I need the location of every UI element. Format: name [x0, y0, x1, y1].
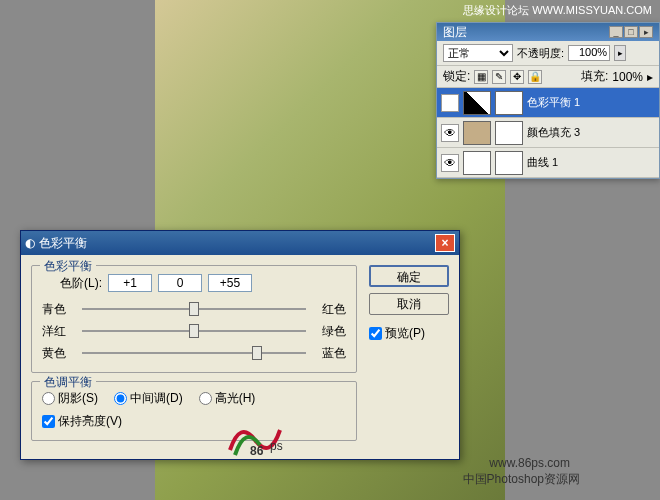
opacity-label: 不透明度: [517, 46, 564, 61]
watermark-cn: 中国Photoshop资源网 [463, 471, 580, 488]
level-input-2[interactable] [158, 274, 202, 292]
layer-item[interactable]: 👁 色彩平衡 1 [437, 88, 659, 118]
slider-left-3: 黄色 [42, 345, 76, 362]
cancel-button[interactable]: 取消 [369, 293, 449, 315]
lock-paint-icon[interactable]: ✎ [492, 70, 506, 84]
panel-titlebar[interactable]: 图层 _ □ ▸ [437, 23, 659, 41]
slider-right-3: 蓝色 [312, 345, 346, 362]
visibility-icon[interactable]: 👁 [441, 94, 459, 112]
dialog-title: 色彩平衡 [39, 235, 87, 252]
legend-cb: 色彩平衡 [40, 258, 96, 275]
lock-row: 锁定: ▦ ✎ ✥ 🔒 填充: 100% ▸ [437, 66, 659, 88]
lock-move-icon[interactable]: ✥ [510, 70, 524, 84]
color-balance-group: 色彩平衡 色阶(L): 青色 红色 洋红 绿色 黄色 蓝色 [31, 265, 357, 373]
checkbox-preserve-luminosity[interactable]: 保持亮度(V) [42, 413, 122, 430]
dialog-titlebar[interactable]: ◐ 色彩平衡 × [21, 231, 459, 255]
blend-mode-select[interactable]: 正常 [443, 44, 513, 62]
slider-left-1: 青色 [42, 301, 76, 318]
layer-name: 曲线 1 [527, 155, 655, 170]
radio-highlights[interactable]: 高光(H) [199, 390, 256, 407]
panel-max-icon[interactable]: □ [624, 26, 638, 38]
watermark-top: 思缘设计论坛 WWW.MISSYUAN.COM [463, 3, 652, 18]
ok-button[interactable]: 确定 [369, 265, 449, 287]
lock-transparent-icon[interactable]: ▦ [474, 70, 488, 84]
opacity-value[interactable]: 100% [568, 45, 610, 61]
layers-panel: 图层 _ □ ▸ 正常 不透明度: 100% ▸ 锁定: ▦ ✎ ✥ 🔒 填充:… [436, 22, 660, 179]
layer-item[interactable]: 👁 曲线 1 [437, 148, 659, 178]
radio-shadows[interactable]: 阴影(S) [42, 390, 98, 407]
fill-arrow-icon[interactable]: ▸ [647, 70, 653, 84]
level-label: 色阶(L): [42, 275, 102, 292]
fill-thumb[interactable] [463, 121, 491, 145]
slider-yellow-blue[interactable] [82, 344, 306, 362]
level-input-1[interactable] [108, 274, 152, 292]
adjustment-thumb[interactable] [463, 91, 491, 115]
checkbox-preview[interactable]: 预览(P) [369, 325, 449, 342]
color-balance-dialog: ◐ 色彩平衡 × 色彩平衡 色阶(L): 青色 红色 洋红 [20, 230, 460, 460]
lock-all-icon[interactable]: 🔒 [528, 70, 542, 84]
layer-name: 色彩平衡 1 [527, 95, 655, 110]
tone-balance-group: 色调平衡 阴影(S) 中间调(D) 高光(H) 保持亮度(V) [31, 381, 357, 441]
lock-label: 锁定: [443, 68, 470, 85]
curves-thumb[interactable] [463, 151, 491, 175]
layer-list: 👁 色彩平衡 1 👁 颜色填充 3 👁 曲线 1 [437, 88, 659, 178]
opacity-arrow-icon[interactable]: ▸ [614, 45, 626, 61]
legend-tone: 色调平衡 [40, 374, 96, 391]
panel-menu-icon[interactable]: ▸ [639, 26, 653, 38]
visibility-icon[interactable]: 👁 [441, 154, 459, 172]
layer-name: 颜色填充 3 [527, 125, 655, 140]
mask-thumb[interactable] [495, 121, 523, 145]
slider-cyan-red[interactable] [82, 300, 306, 318]
radio-midtones[interactable]: 中间调(D) [114, 390, 183, 407]
visibility-icon[interactable]: 👁 [441, 124, 459, 142]
layer-item[interactable]: 👁 颜色填充 3 [437, 118, 659, 148]
fill-label: 填充: [581, 68, 608, 85]
dialog-icon: ◐ [25, 236, 35, 250]
panel-min-icon[interactable]: _ [609, 26, 623, 38]
slider-magenta-green[interactable] [82, 322, 306, 340]
watermark-url: www.86ps.com [489, 456, 570, 470]
slider-right-2: 绿色 [312, 323, 346, 340]
close-icon[interactable]: × [435, 234, 455, 252]
slider-left-2: 洋红 [42, 323, 76, 340]
fill-value[interactable]: 100% [612, 70, 643, 84]
mask-thumb[interactable] [495, 91, 523, 115]
panel-tab-layers[interactable]: 图层 [443, 24, 467, 41]
blend-row: 正常 不透明度: 100% ▸ [437, 41, 659, 66]
level-input-3[interactable] [208, 274, 252, 292]
slider-right-1: 红色 [312, 301, 346, 318]
mask-thumb[interactable] [495, 151, 523, 175]
